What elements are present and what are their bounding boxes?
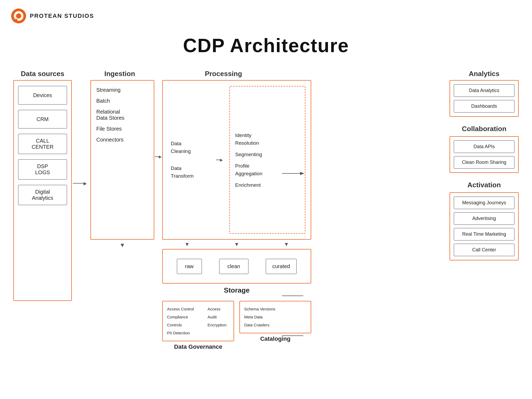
company-name: PROTEAN STUDIOS [30, 13, 94, 19]
processing-label: Processing [205, 70, 242, 78]
arrow-down-clean: ▼ [234, 241, 239, 247]
header: PROTEAN STUDIOS [0, 0, 532, 32]
cat-schema: Schema Versions [244, 305, 306, 313]
ingestion-relational: RelationalData Stores [96, 109, 148, 121]
storage-outer-box: raw clean curated [162, 249, 311, 284]
collaboration-section: Collaboration Data APIs Clean Room Shari… [450, 125, 519, 173]
arrow-down-raw: ▼ [184, 241, 190, 247]
cat-meta: Meta Data [244, 313, 306, 321]
activation-section: Activation Messaging Journeys Advertisin… [450, 181, 519, 260]
arrow-ingestion-processing: ▶ [154, 80, 162, 159]
storage-curated: curated [266, 259, 297, 274]
page-title: CDP Architecture [0, 35, 532, 56]
col-processing-storage: DataCleaning DataTransform ▶ IdentityRes… [162, 80, 311, 350]
gov-label: Data Governance [162, 343, 234, 350]
processing-outer-box: DataCleaning DataTransform ▶ IdentityRes… [162, 80, 311, 240]
activation-call-center: Call Center [454, 244, 514, 256]
svg-point-2 [16, 13, 21, 19]
processing-mid-arrow: ▶ [216, 86, 224, 234]
processing-segmenting: Segmenting [235, 152, 300, 157]
ingestion-down-arrow: ▼ [90, 240, 154, 251]
activation-messaging: Messaging Journeys [454, 197, 514, 209]
analytics-box: Data Analytics Dashboards [450, 80, 519, 117]
storage-raw: raw [177, 259, 202, 274]
processing-profile: ProfileAggregation [235, 162, 300, 177]
col-data-sources: Devices CRM CALLCENTER DSPLOGS DigitalAn… [13, 80, 72, 301]
diagram-layout: Data sources Ingestion Processing Analyt… [0, 70, 532, 350]
ingestion-file-stores: File Stores [96, 126, 148, 132]
activation-rtm: Real Time Marketing [454, 228, 514, 240]
processing-data-transform: DataTransform [171, 165, 211, 180]
source-call-center: CALLCENTER [18, 134, 67, 154]
source-digital-analytics: DigitalAnalytics [18, 185, 67, 205]
collab-clean-room: Clean Room Sharing [454, 156, 514, 169]
collaboration-label: Collaboration [450, 125, 519, 133]
ingestion-streaming: Streaming [96, 87, 148, 93]
processing-enrichment: Enrichment [235, 182, 300, 188]
logo-container: PROTEAN STUDIOS [11, 8, 94, 24]
col-ingestion: Streaming Batch RelationalData Stores Fi… [90, 80, 154, 251]
gov-section: Access Control Compliance Controls PII D… [162, 301, 234, 350]
gov-audit: Access Audit [207, 305, 229, 321]
gov-pii: PII Detection [167, 329, 202, 337]
cat-box: Schema Versions Meta Data Data Crawlers [239, 301, 311, 333]
main-diagram: Devices CRM CALLCENTER DSPLOGS DigitalAn… [13, 80, 519, 350]
activation-advertising: Advertising [454, 212, 514, 225]
storage-clean: clean [219, 259, 248, 274]
activation-label: Activation [450, 181, 519, 189]
storage-label: Storage [162, 286, 311, 294]
storage-down-arrows: ▼ ▼ ▼ [162, 240, 311, 249]
cat-crawlers: Data Crawlers [244, 321, 306, 329]
analytics-section: Data Analytics Dashboards [450, 80, 519, 117]
processing-identity: IdentityResolution [235, 132, 300, 147]
gov-cat-row: Access Control Compliance Controls PII D… [162, 301, 311, 350]
cat-section: Schema Versions Meta Data Data Crawlers … [239, 301, 311, 350]
source-crm: CRM [18, 110, 67, 128]
analytics-dashboards: Dashboards [454, 100, 514, 113]
arrow-down-curated: ▼ [284, 241, 289, 247]
source-dsp-logs: DSPLOGS [18, 159, 67, 180]
gov-compliance: Compliance Controls [167, 313, 202, 329]
col-right: Data Analytics Dashboards Collaboration … [450, 80, 519, 260]
analytics-data-analytics: Data Analytics [454, 84, 514, 97]
source-devices: Devices [18, 86, 67, 105]
processing-data-cleaning: DataCleaning [171, 140, 211, 155]
collab-data-apis: Data APIs [454, 140, 514, 153]
collaboration-box: Data APIs Clean Room Sharing [450, 136, 519, 173]
analytics-label: Analytics [469, 70, 500, 78]
ingestion-batch: Batch [96, 98, 148, 104]
ingestion-connectors: Connectors [96, 137, 148, 143]
sources-label: Data sources [21, 70, 64, 78]
arrow-sources-ingestion: ▶ [72, 80, 88, 185]
protean-logo-icon [11, 8, 27, 24]
ingestion-label: Ingestion [104, 70, 135, 78]
gov-access-control: Access Control [167, 305, 202, 313]
sources-outer-box: Devices CRM CALLCENTER DSPLOGS DigitalAn… [13, 80, 72, 301]
ingestion-outer-box: Streaming Batch RelationalData Stores Fi… [90, 80, 154, 240]
gov-encryption: Encryption [207, 321, 229, 329]
processing-left: DataCleaning DataTransform [168, 86, 211, 234]
cat-label: Cataloging [239, 335, 311, 342]
processing-right-box: IdentityResolution Segmenting ProfileAgg… [229, 86, 305, 234]
gov-box: Access Control Compliance Controls PII D… [162, 301, 234, 341]
activation-box: Messaging Journeys Advertising Real Time… [450, 192, 519, 260]
